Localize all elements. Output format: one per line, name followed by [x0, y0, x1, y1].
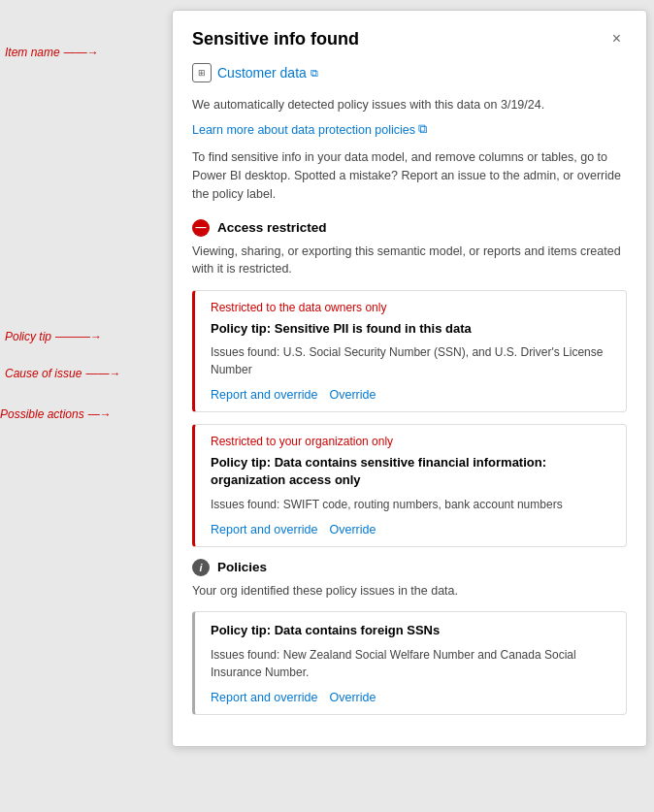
sensitive-info-panel: Sensitive info found × ⊞ Customer data ⧉…	[172, 10, 647, 747]
policy-title-3: Policy tip: Data contains foreign SSNs	[211, 622, 614, 639]
annotation-possible-actions: Possible actions —→	[0, 407, 112, 421]
issues-text-1: Issues found: U.S. Social Security Numbe…	[211, 343, 614, 378]
policy-card-1: Restricted to the data owners only Polic…	[192, 290, 627, 412]
policies-section: i Policies Your org identified these pol…	[192, 559, 627, 715]
policy-title-2: Policy tip: Data contains sensitive fina…	[211, 454, 614, 489]
item-name-link[interactable]: Customer data ⧉	[217, 65, 318, 81]
annotation-cause-of-issue: Cause of issue ——→	[5, 367, 120, 380]
close-button[interactable]: ×	[606, 28, 627, 49]
external-link-icon: ⧉	[311, 67, 318, 80]
detection-description: We automatically detected policy issues …	[192, 96, 627, 114]
report-override-button-1[interactable]: Report and override	[211, 388, 317, 402]
learn-more-external-icon: ⧉	[418, 122, 427, 137]
restriction-label-1: Restricted to the data owners only	[211, 301, 614, 314]
issues-text-2: Issues found: SWIFT code, routing number…	[211, 496, 614, 513]
learn-more-link[interactable]: Learn more about data protection policie…	[192, 122, 427, 137]
restriction-label-2: Restricted to your organization only	[211, 435, 614, 448]
override-button-3[interactable]: Override	[329, 691, 376, 704]
override-button-2[interactable]: Override	[329, 523, 376, 536]
card-actions-1: Report and override Override	[211, 388, 614, 402]
panel-title: Sensitive info found	[192, 29, 359, 49]
policies-header: i Policies	[192, 559, 627, 576]
policies-desc: Your org identified these policy issues …	[192, 582, 627, 601]
dataset-icon: ⊞	[192, 63, 212, 82]
annotation-policy-tip: Policy tip ———→	[5, 330, 102, 343]
policies-title: Policies	[217, 560, 267, 574]
issues-text-3: Issues found: New Zealand Social Welfare…	[211, 646, 614, 681]
access-restricted-header: Access restricted	[192, 219, 627, 237]
card-actions-3: Report and override Override	[211, 691, 614, 704]
access-restricted-desc: Viewing, sharing, or exporting this sema…	[192, 243, 627, 279]
report-override-button-3[interactable]: Report and override	[211, 691, 317, 704]
report-override-button-2[interactable]: Report and override	[211, 523, 317, 536]
panel-body: ⊞ Customer data ⧉ We automatically detec…	[173, 59, 646, 746]
access-restricted-title: Access restricted	[217, 220, 327, 235]
policy-title-1: Policy tip: Sensitive PII is found in th…	[211, 320, 614, 338]
item-name-row: ⊞ Customer data ⧉	[192, 59, 627, 82]
override-button-1[interactable]: Override	[329, 388, 376, 402]
body-description: To find sensitive info in your data mode…	[192, 148, 627, 203]
annotation-item-name: Item name ——→	[5, 46, 99, 59]
policy-card-3: Policy tip: Data contains foreign SSNs I…	[192, 611, 627, 714]
panel-header: Sensitive info found ×	[173, 11, 646, 59]
restricted-icon	[192, 219, 210, 237]
card-actions-2: Report and override Override	[211, 523, 614, 536]
info-icon: i	[192, 559, 210, 576]
policy-card-2: Restricted to your organization only Pol…	[192, 424, 627, 546]
